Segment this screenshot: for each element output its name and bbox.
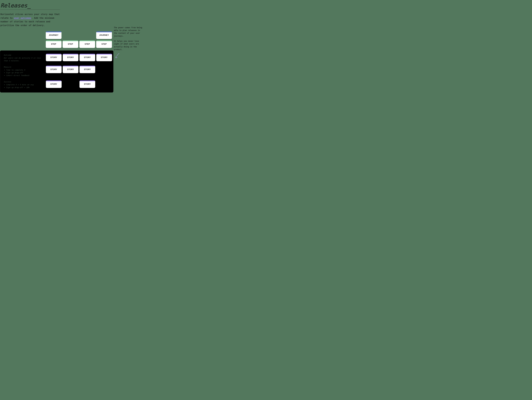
measure-item: Sign up drop-off xyxy=(6,71,42,74)
story-card[interactable]: STORY xyxy=(46,80,62,88)
outcome-body: Our users can do activity X in less than… xyxy=(4,57,42,62)
story-card[interactable]: STORY xyxy=(96,54,112,61)
story-label: STORY xyxy=(84,68,91,71)
outcome-heading: Outcome xyxy=(4,54,42,57)
story-label: STORY xyxy=(67,68,74,71)
success-item: Sign up drop-off < 10% xyxy=(6,86,42,89)
story-card[interactable]: STORY xyxy=(79,80,95,88)
measure-heading: Measure xyxy=(4,66,42,68)
story-card[interactable]: STORY xyxy=(63,54,78,61)
story-label: STORY xyxy=(84,56,91,58)
journey-row: JOURNEY JOURNEY xyxy=(0,32,144,39)
story-label: STORY xyxy=(50,56,57,58)
success-list: Complete X < 5 mins on avg Sign up drop-… xyxy=(4,83,42,89)
title-divider xyxy=(0,9,60,10)
release-panel: Outcome Our users can do activity X in l… xyxy=(0,51,114,93)
story-card[interactable]: STORY xyxy=(79,54,95,61)
user-outcomes-link[interactable]: user outcomes xyxy=(14,17,31,19)
story-row: Measure Time to complete X Sign up drop-… xyxy=(0,66,113,79)
journey-label: JOURNEY xyxy=(99,34,109,36)
journey-label: JOURNEY xyxy=(49,34,58,36)
measure-item: Cohort direct feedback xyxy=(6,74,42,77)
story-card[interactable]: STORY xyxy=(63,66,78,73)
step-label: STEP xyxy=(51,43,56,45)
title-cursor: _ xyxy=(27,2,31,9)
release-outcome: Outcome Our users can do activity X in l… xyxy=(0,54,45,64)
journey-card[interactable]: JOURNEY xyxy=(96,32,112,39)
story-label: STORY xyxy=(50,83,57,85)
success-item: Complete X < 5 mins on avg xyxy=(6,83,42,86)
story-row: Success Complete X < 5 mins on avg Sign … xyxy=(0,80,113,89)
step-card[interactable]: STEP xyxy=(96,40,112,48)
page-title: Releases_ xyxy=(0,2,60,9)
story-card[interactable]: STORY xyxy=(79,66,95,73)
measure-list: Time to complete X Sign up drop-off Coho… xyxy=(4,69,42,77)
story-row: Outcome Our users can do activity X in l… xyxy=(0,54,113,64)
step-row: STEP STEP STEP STEP xyxy=(0,40,144,48)
journey-card[interactable]: JOURNEY xyxy=(46,32,62,39)
step-label: STEP xyxy=(85,43,90,45)
intro-text: Horizontal slices across your story map … xyxy=(0,13,60,27)
story-label: STORY xyxy=(101,56,108,58)
story-card[interactable]: STORY xyxy=(46,66,62,73)
release-success: Success Complete X < 5 mins on avg Sign … xyxy=(0,80,45,89)
story-map: JOURNEY JOURNEY STEP STEP STEP STEP Outc… xyxy=(0,32,144,93)
story-label: STORY xyxy=(84,83,91,85)
story-label: STORY xyxy=(67,56,74,58)
step-card[interactable]: STEP xyxy=(46,40,62,48)
step-label: STEP xyxy=(101,43,107,45)
title-text: Releases xyxy=(0,2,27,9)
step-card[interactable]: STEP xyxy=(63,40,78,48)
success-heading: Success xyxy=(4,80,42,83)
step-card[interactable]: STEP xyxy=(79,40,95,48)
step-label: STEP xyxy=(68,43,73,45)
story-label: STORY xyxy=(50,68,57,71)
story-card[interactable]: STORY xyxy=(46,54,62,61)
measure-item: Time to complete X xyxy=(6,69,42,71)
release-measure: Measure Time to complete X Sign up drop-… xyxy=(0,66,45,79)
